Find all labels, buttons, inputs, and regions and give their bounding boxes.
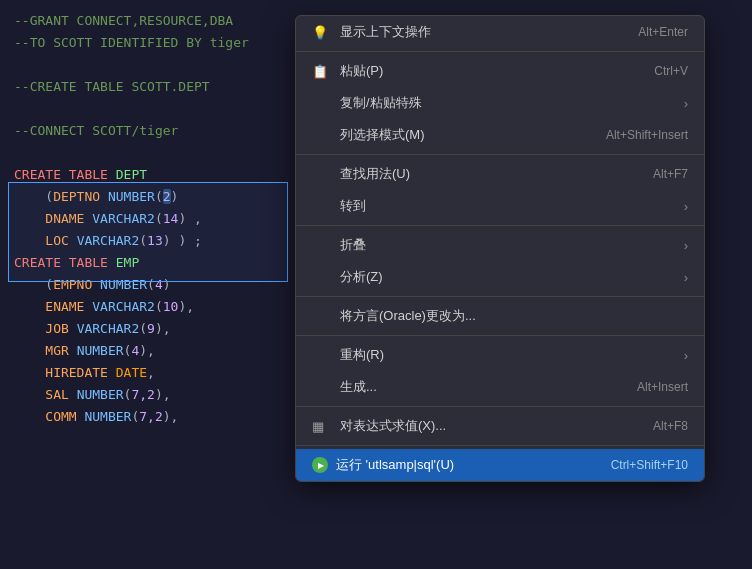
menu-divider: [296, 335, 704, 336]
menu-item-paste[interactable]: 📋 粘贴(P) Ctrl+V: [296, 55, 704, 87]
menu-divider: [296, 154, 704, 155]
menu-item-label: 重构(R): [340, 346, 676, 364]
menu-item-label: 折叠: [340, 236, 676, 254]
menu-item-label: 查找用法(U): [340, 165, 633, 183]
paste-icon: 📋: [312, 64, 332, 79]
menu-item-run[interactable]: 运行 'utlsamp|sql'(U) Ctrl+Shift+F10: [296, 449, 704, 481]
menu-item-label: 粘贴(P): [340, 62, 634, 80]
menu-item-fold[interactable]: 折叠 ›: [296, 229, 704, 261]
menu-item-context-actions[interactable]: 💡 显示上下文操作 Alt+Enter: [296, 16, 704, 48]
menu-item-label: 将方言(Oracle)更改为...: [340, 307, 688, 325]
menu-item-label: 复制/粘贴特殊: [340, 94, 676, 112]
menu-item-col-mode[interactable]: 列选择模式(M) Alt+Shift+Insert: [296, 119, 704, 151]
menu-divider: [296, 445, 704, 446]
menu-item-label: 转到: [340, 197, 676, 215]
submenu-arrow-icon: ›: [684, 270, 688, 285]
menu-shortcut: Alt+F7: [653, 167, 688, 181]
menu-item-evaluate[interactable]: ▦ 对表达式求值(X)... Alt+F8: [296, 410, 704, 442]
menu-item-analyze[interactable]: 分析(Z) ›: [296, 261, 704, 293]
menu-item-label: 生成...: [340, 378, 617, 396]
menu-divider: [296, 296, 704, 297]
menu-shortcut: Alt+Insert: [637, 380, 688, 394]
submenu-arrow-icon: ›: [684, 238, 688, 253]
menu-divider: [296, 225, 704, 226]
menu-divider: [296, 406, 704, 407]
menu-shortcut: Ctrl+V: [654, 64, 688, 78]
menu-shortcut: Ctrl+Shift+F10: [611, 458, 688, 472]
menu-item-label: 分析(Z): [340, 268, 676, 286]
menu-divider: [296, 51, 704, 52]
menu-item-dialect[interactable]: 将方言(Oracle)更改为...: [296, 300, 704, 332]
table-icon: ▦: [312, 419, 332, 434]
menu-shortcut: Alt+Shift+Insert: [606, 128, 688, 142]
menu-item-generate[interactable]: 生成... Alt+Insert: [296, 371, 704, 403]
context-menu: 💡 显示上下文操作 Alt+Enter 📋 粘贴(P) Ctrl+V 复制/粘贴…: [295, 15, 705, 482]
submenu-arrow-icon: ›: [684, 348, 688, 363]
menu-item-label: 对表达式求值(X)...: [340, 417, 633, 435]
lightbulb-icon: 💡: [312, 25, 332, 40]
menu-item-label: 列选择模式(M): [340, 126, 586, 144]
menu-item-label: 显示上下文操作: [340, 23, 618, 41]
menu-item-copy-special[interactable]: 复制/粘贴特殊 ›: [296, 87, 704, 119]
menu-shortcut: Alt+F8: [653, 419, 688, 433]
run-icon: [312, 457, 328, 473]
menu-item-goto[interactable]: 转到 ›: [296, 190, 704, 222]
menu-item-label: 运行 'utlsamp|sql'(U): [336, 456, 591, 474]
menu-shortcut: Alt+Enter: [638, 25, 688, 39]
menu-item-find[interactable]: 查找用法(U) Alt+F7: [296, 158, 704, 190]
submenu-arrow-icon: ›: [684, 96, 688, 111]
menu-item-refactor[interactable]: 重构(R) ›: [296, 339, 704, 371]
submenu-arrow-icon: ›: [684, 199, 688, 214]
